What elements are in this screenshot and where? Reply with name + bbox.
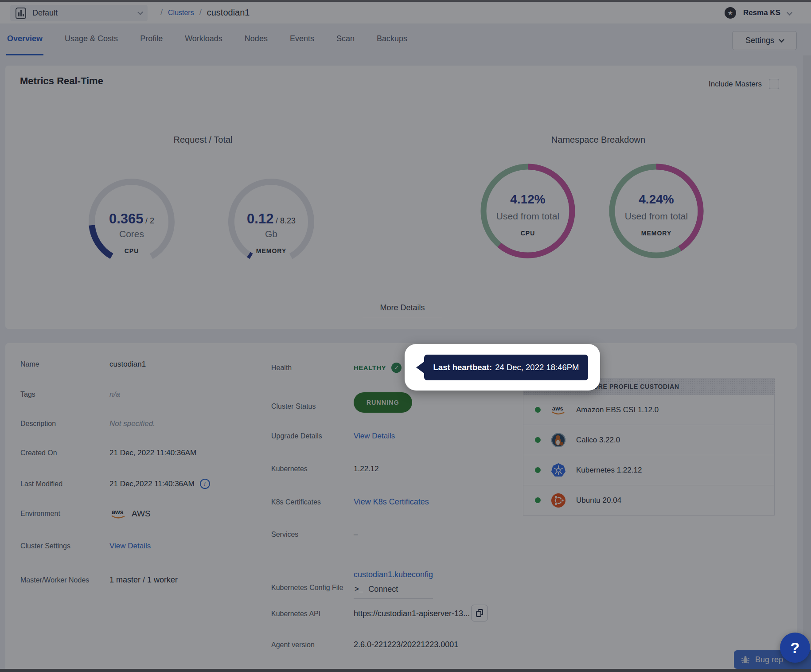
connect-button[interactable]: >_ Connect xyxy=(354,583,433,599)
last-heartbeat-tooltip: Last heartbeat: 24 Dec, 2022 18:46PM xyxy=(424,355,588,380)
master-worker-nodes-value: 1 master / 1 worker xyxy=(109,575,178,585)
help-button[interactable]: ? xyxy=(780,633,810,663)
master-worker-nodes-label: Master/Worker Nodes xyxy=(20,576,109,584)
infra-row-kubernetes: Kubernetes 1.22.12 xyxy=(523,455,775,485)
last-modified-value: 21 Dec,2022 11:40:36AM xyxy=(109,480,195,488)
breadcrumb-clusters-link[interactable]: Clusters xyxy=(168,9,194,17)
memory-gauge-name: MEMORY xyxy=(227,247,316,254)
agent-version-label: Agent version xyxy=(271,641,354,649)
status-dot xyxy=(535,467,541,473)
memory-gauge-value-row: 0.12 / 8.23 Gb MEMORY xyxy=(227,211,316,254)
user-avatar: ★ xyxy=(725,7,736,19)
window-bottom-edge xyxy=(0,669,811,672)
kubernetes-logo-icon xyxy=(550,463,566,478)
breadcrumb-separator: / xyxy=(160,8,163,17)
infra-item-label: Ubuntu 20.04 xyxy=(576,496,621,505)
project-selector[interactable]: Default xyxy=(10,5,148,21)
cluster-settings-view-details-link[interactable]: View Details xyxy=(109,542,151,551)
services-value: – xyxy=(354,530,358,539)
metrics-card-title: Metrics Real-Time xyxy=(20,75,103,87)
kubernetes-version-value: 1.22.12 xyxy=(354,465,379,473)
terminal-icon: >_ xyxy=(355,586,363,594)
kubeconfig-file-link[interactable]: custodian1.kubeconfig xyxy=(354,570,433,579)
agent-version-value: 2.6.0-221223/20221223.0001 xyxy=(354,640,458,649)
window-top-edge xyxy=(0,0,811,2)
name-value: custodian1 xyxy=(109,360,146,369)
tab-workloads[interactable]: Workloads xyxy=(184,23,223,55)
tab-nodes[interactable]: Nodes xyxy=(244,23,269,55)
tab-overview[interactable]: Overview xyxy=(6,23,43,55)
cluster-settings-label: Cluster Settings xyxy=(20,542,109,550)
tabs: Overview Usage & Costs Profile Workloads… xyxy=(6,23,408,55)
breadcrumb-cluster-name: custodian1 xyxy=(207,8,250,18)
cpu-gauge-value: 0.365 xyxy=(109,211,144,227)
healthy-check-icon: ✓ xyxy=(391,363,402,373)
cluster-details-card: Namecustodian1 Tagsn/a DescriptionNot sp… xyxy=(5,343,797,672)
request-total-title: Request / Total xyxy=(70,135,336,145)
memory-donut-percent: 4.24% xyxy=(608,192,705,207)
description-value: Not specified. xyxy=(109,419,155,428)
infra-row-amazon-ebs-csi: aws Amazon EBS CSI 1.12.0 xyxy=(523,395,775,425)
tab-scan[interactable]: Scan xyxy=(335,23,355,55)
chevron-down-icon xyxy=(787,10,792,16)
tooltip-label: Last heartbeat: xyxy=(433,363,492,372)
settings-button-label: Settings xyxy=(745,36,774,45)
copy-icon xyxy=(475,609,484,617)
settings-button[interactable]: Settings xyxy=(732,31,797,50)
copy-api-url-button[interactable] xyxy=(471,605,488,621)
connect-button-label: Connect xyxy=(368,585,398,594)
bug-report-label: Bug rep xyxy=(755,655,783,664)
memory-donut-caption: Used from total xyxy=(608,211,705,222)
infra-item-label: Kubernetes 1.22.12 xyxy=(576,466,642,475)
chevron-down-icon xyxy=(779,37,784,43)
name-label: Name xyxy=(20,360,109,368)
info-icon[interactable]: i xyxy=(200,479,210,489)
memory-namespace-donut: 4.24% Used from total MEMORY xyxy=(608,162,705,262)
kubeconfig-label: Kubernetes Config File xyxy=(271,584,354,592)
environment-value: AWS xyxy=(132,509,151,519)
calico-logo-icon xyxy=(550,433,566,448)
metrics-realtime-card: Metrics Real-Time Include Masters Reques… xyxy=(5,66,797,329)
breadcrumb-separator: / xyxy=(199,8,202,17)
cpu-donut-name: CPU xyxy=(479,230,577,237)
bug-icon xyxy=(741,655,750,664)
status-dot xyxy=(535,497,541,503)
more-details-button[interactable]: More Details xyxy=(363,303,442,318)
tab-bar: Overview Usage & Costs Profile Workloads… xyxy=(0,23,811,55)
created-on-value: 21 Dec, 2022 11:40:36AM xyxy=(109,449,196,457)
view-k8s-certificates-link[interactable]: View K8s Certificates xyxy=(354,497,429,507)
services-label: Services xyxy=(271,531,354,539)
include-masters-control: Include Masters xyxy=(709,79,779,89)
scrollbar-gutter[interactable] xyxy=(803,55,811,672)
app-window: Default / Clusters / custodian1 ★ Resma … xyxy=(0,0,811,672)
tab-profile[interactable]: Profile xyxy=(139,23,164,55)
tab-usage-costs[interactable]: Usage & Costs xyxy=(64,23,119,55)
kubernetes-label: Kubernetes xyxy=(271,465,354,473)
infra-item-label: Amazon EBS CSI 1.12.0 xyxy=(576,406,659,414)
tab-backups[interactable]: Backups xyxy=(376,23,408,55)
k8s-certificates-label: K8s Certificates xyxy=(271,498,354,506)
health-label: Health xyxy=(271,364,354,372)
cpu-gauge-total: / 2 xyxy=(145,216,154,225)
tab-events[interactable]: Events xyxy=(289,23,315,55)
include-masters-checkbox[interactable] xyxy=(769,79,779,89)
memory-donut-name: MEMORY xyxy=(608,230,705,237)
memory-gauge: 0.12 / 8.23 Gb MEMORY xyxy=(227,177,316,268)
created-on-label: Created On xyxy=(20,449,109,457)
cpu-gauge-name: CPU xyxy=(87,247,176,254)
ubuntu-logo-icon xyxy=(550,493,566,508)
tags-value: n/a xyxy=(109,390,120,399)
upgrade-view-details-link[interactable]: View Details xyxy=(354,432,395,441)
cpu-gauge-value-row: 0.365 / 2 Cores CPU xyxy=(87,211,176,254)
include-masters-label: Include Masters xyxy=(709,80,762,89)
svg-text:aws: aws xyxy=(552,405,563,411)
cpu-donut-caption: Used from total xyxy=(479,211,577,222)
aws-logo-icon: aws xyxy=(550,404,566,416)
user-menu[interactable]: ★ Resma KS xyxy=(725,2,792,23)
infra-row-calico: Calico 3.22.0 xyxy=(523,425,775,455)
infra-item-label: Calico 3.22.0 xyxy=(576,436,620,445)
memory-gauge-unit: Gb xyxy=(227,229,316,239)
chevron-down-icon xyxy=(137,9,143,15)
tooltip-spotlight: Last heartbeat: 24 Dec, 2022 18:46PM xyxy=(405,344,600,391)
cpu-gauge-unit: Cores xyxy=(87,229,176,239)
